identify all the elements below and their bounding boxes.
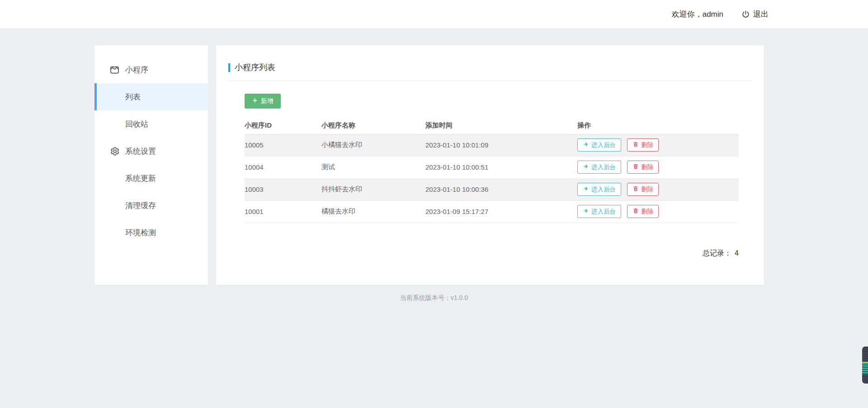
cell-actions: 进入后台 删除 bbox=[577, 200, 739, 223]
arrow-right-icon bbox=[583, 185, 589, 193]
total-records: 总记录：4 bbox=[245, 249, 739, 258]
title-divider bbox=[228, 81, 752, 81]
cell-id: 10004 bbox=[245, 156, 321, 178]
sidebar-item-recycle-bin[interactable]: 回收站 bbox=[94, 110, 208, 138]
total-records-label: 总记录： bbox=[703, 249, 731, 257]
sidebar-item-label: 回收站 bbox=[125, 119, 148, 129]
col-header-id: 小程序ID bbox=[245, 118, 321, 134]
sidebar-item-label: 系统更新 bbox=[125, 173, 156, 184]
sidebar-item-label: 小程序 bbox=[125, 65, 148, 75]
version-footer: 当前系统版本号：v1.0.0 bbox=[0, 294, 868, 302]
delete-button[interactable]: 删除 bbox=[627, 205, 659, 218]
page-title: 小程序列表 bbox=[235, 62, 275, 73]
enter-backend-button[interactable]: 进入后台 bbox=[577, 161, 621, 174]
trash-icon bbox=[632, 208, 639, 215]
cell-time: 2023-01-10 10:01:09 bbox=[425, 134, 577, 156]
miniapp-table: 小程序ID 小程序名称 添加时间 操作 10005 小橘猫去水印 2023-01… bbox=[245, 118, 739, 223]
delete-label: 删除 bbox=[641, 163, 653, 171]
miniapp-icon bbox=[109, 65, 120, 75]
cell-time: 2023-01-10 10:00:36 bbox=[425, 178, 577, 200]
miniapp-list-panel: 小程序列表 新增 小程序ID 小程序名称 添加时间 操作 bbox=[216, 45, 764, 285]
enter-backend-label: 进入后台 bbox=[591, 208, 616, 216]
cell-actions: 进入后台 删除 bbox=[577, 156, 739, 178]
welcome-text: 欢迎你，admin bbox=[672, 9, 723, 19]
trash-icon bbox=[632, 141, 639, 149]
col-header-name: 小程序名称 bbox=[321, 118, 425, 134]
sidebar-item-label: 清理缓存 bbox=[125, 200, 156, 211]
arrow-right-icon bbox=[583, 163, 589, 171]
sidebar-item-label: 系统设置 bbox=[125, 146, 156, 157]
sidebar-item-label: 列表 bbox=[125, 92, 141, 102]
edge-widget-band bbox=[862, 362, 868, 374]
table-header-row: 小程序ID 小程序名称 添加时间 操作 bbox=[245, 118, 739, 134]
add-button[interactable]: 新增 bbox=[245, 94, 281, 109]
delete-button[interactable]: 删除 bbox=[627, 161, 659, 174]
cell-name: 小橘猫去水印 bbox=[321, 134, 425, 156]
arrow-right-icon bbox=[583, 208, 589, 215]
table-row: 10005 小橘猫去水印 2023-01-10 10:01:09 进入后台 bbox=[245, 134, 739, 156]
cell-id: 10003 bbox=[245, 178, 321, 200]
sidebar-item-system-update[interactable]: 系统更新 bbox=[94, 165, 208, 192]
sidebar-item-miniapp[interactable]: 小程序 bbox=[94, 56, 208, 83]
sidebar-item-label: 环境检测 bbox=[125, 228, 156, 238]
panel-title: 小程序列表 bbox=[216, 45, 764, 73]
title-accent-bar bbox=[228, 63, 230, 72]
main-layout: 小程序 列表 回收站 系统设置 系统更新 清理缓存 环境检测 bbox=[94, 45, 764, 285]
sidebar: 小程序 列表 回收站 系统设置 系统更新 清理缓存 环境检测 bbox=[94, 45, 208, 285]
cell-name: 橘猫去水印 bbox=[321, 200, 425, 223]
delete-label: 删除 bbox=[641, 185, 653, 194]
arrow-right-icon bbox=[583, 141, 589, 149]
sidebar-item-env-check[interactable]: 环境检测 bbox=[94, 219, 208, 246]
trash-icon bbox=[632, 185, 639, 193]
cell-actions: 进入后台 删除 bbox=[577, 178, 739, 200]
enter-backend-button[interactable]: 进入后台 bbox=[577, 205, 621, 218]
delete-button[interactable]: 删除 bbox=[627, 138, 659, 152]
table-body: 10005 小橘猫去水印 2023-01-10 10:01:09 进入后台 bbox=[245, 134, 739, 223]
trash-icon bbox=[632, 163, 639, 171]
sidebar-item-list[interactable]: 列表 bbox=[94, 83, 208, 110]
delete-label: 删除 bbox=[641, 208, 653, 216]
col-header-action: 操作 bbox=[577, 118, 739, 134]
logout-button[interactable]: 退出 bbox=[741, 9, 769, 19]
delete-label: 删除 bbox=[641, 141, 653, 149]
gear-icon bbox=[109, 146, 120, 157]
table-row: 10004 测试 2023-01-10 10:00:51 进入后台 bbox=[245, 156, 739, 178]
enter-backend-label: 进入后台 bbox=[591, 163, 616, 171]
enter-backend-button[interactable]: 进入后台 bbox=[577, 138, 621, 152]
add-button-label: 新增 bbox=[261, 97, 274, 105]
cell-name: 抖抖虾去水印 bbox=[321, 178, 425, 200]
table-row: 10003 抖抖虾去水印 2023-01-10 10:00:36 进入后台 bbox=[245, 178, 739, 200]
cell-time: 2023-01-10 10:00:51 bbox=[425, 156, 577, 178]
cell-id: 10005 bbox=[245, 134, 321, 156]
edge-widget-handle[interactable] bbox=[862, 346, 868, 384]
topbar: 欢迎你，admin 退出 bbox=[0, 0, 868, 29]
total-records-value: 4 bbox=[735, 249, 739, 257]
sidebar-item-system-settings[interactable]: 系统设置 bbox=[94, 138, 208, 165]
logout-label: 退出 bbox=[753, 9, 769, 19]
cell-id: 10001 bbox=[245, 200, 321, 223]
delete-button[interactable]: 删除 bbox=[627, 183, 659, 196]
enter-backend-label: 进入后台 bbox=[591, 141, 616, 149]
cell-actions: 进入后台 删除 bbox=[577, 134, 739, 156]
enter-backend-button[interactable]: 进入后台 bbox=[577, 183, 621, 196]
power-icon bbox=[741, 10, 750, 19]
sidebar-item-clear-cache[interactable]: 清理缓存 bbox=[94, 192, 208, 219]
panel-content: 新增 小程序ID 小程序名称 添加时间 操作 10005 小橘猫去水印 bbox=[245, 94, 739, 258]
enter-backend-label: 进入后台 bbox=[591, 185, 616, 194]
col-header-time: 添加时间 bbox=[425, 118, 577, 134]
cell-name: 测试 bbox=[321, 156, 425, 178]
plus-icon bbox=[252, 97, 258, 105]
cell-time: 2023-01-09 15:17:27 bbox=[425, 200, 577, 223]
version-text: 当前系统版本号：v1.0.0 bbox=[400, 294, 468, 301]
table-row: 10001 橘猫去水印 2023-01-09 15:17:27 进入后台 bbox=[245, 200, 739, 223]
